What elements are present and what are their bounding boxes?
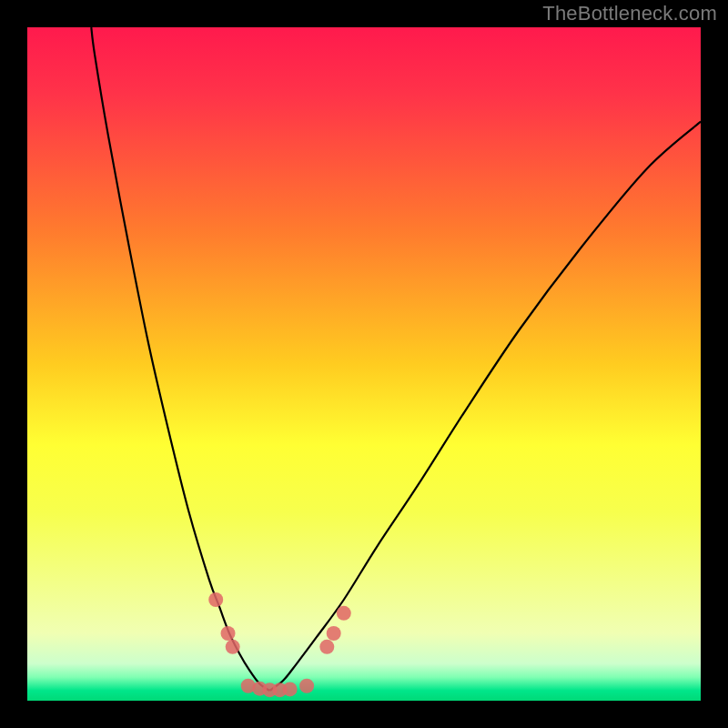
data-marker [283, 682, 298, 696]
gradient-background [27, 27, 701, 701]
watermark-text: TheBottleneck.com [542, 2, 717, 25]
data-marker [208, 592, 223, 607]
data-marker [299, 679, 314, 693]
chart-frame: TheBottleneck.com [0, 0, 728, 728]
data-marker [221, 626, 236, 641]
data-marker [327, 626, 341, 641]
data-marker [226, 640, 240, 654]
data-marker [319, 640, 334, 654]
bottleneck-chart [0, 0, 728, 728]
data-marker [337, 606, 351, 621]
